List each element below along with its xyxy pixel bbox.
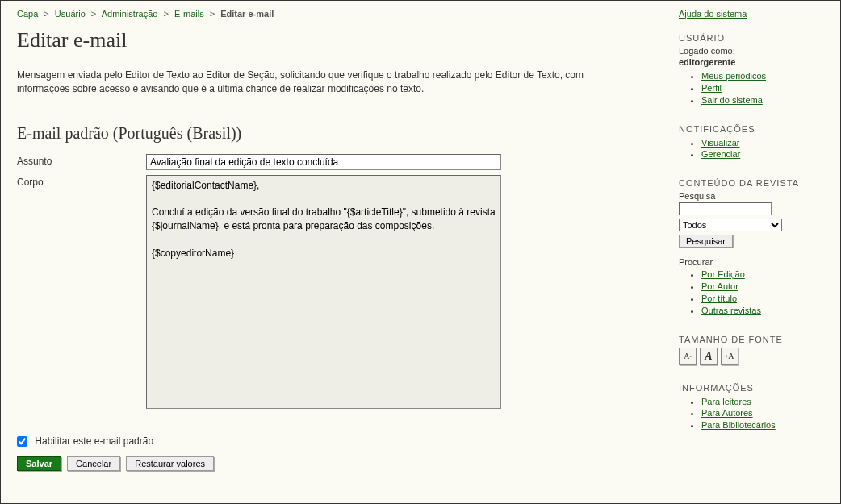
sidebar-info-link[interactable]: Para leitores [701,397,751,406]
sidebar-notif-link[interactable]: Visualizar [701,138,740,148]
sidebar-content-title: CONTEÚDO DA REVISTA [679,178,828,188]
sidebar-info-link[interactable]: Para Bibliotecários [701,420,776,430]
breadcrumb-sep: > [44,9,48,19]
sidebar-info-block: INFORMAÇÕES Para leitores Para Autores P… [679,383,828,432]
sidebar-info-title: INFORMAÇÕES [679,383,828,393]
body-textarea[interactable] [146,175,501,409]
breadcrumb-current: Editar e-mail [220,9,274,19]
sidebar-user-link[interactable]: Sair do sistema [701,95,763,105]
breadcrumb-sep: > [163,9,168,19]
sidebar-notifications-block: NOTIFICAÇÕES Visualizar Gerenciar [679,124,828,161]
sidebar-search-button[interactable]: Pesquisar [679,235,733,248]
sidebar-browse-label: Procurar [679,257,828,267]
font-size-reset-button[interactable]: A [700,348,718,365]
font-size-large-button[interactable]: +A [721,348,738,365]
sidebar-username: editorgerente [679,57,828,67]
breadcrumb-link[interactable]: Capa [17,9,38,19]
subject-input[interactable] [146,154,501,170]
subject-label: Assunto [17,154,146,170]
sidebar-user-title: USUÁRIO [679,33,828,43]
sidebar-browse-link[interactable]: Outras revistas [701,306,761,315]
breadcrumb: Capa > Usuário > Administração > E-mails… [17,9,646,19]
breadcrumb-link[interactable]: Usuário [55,9,86,19]
sidebar-notifications-title: NOTIFICAÇÕES [679,124,828,134]
page-title: Editar e-mail [17,28,646,52]
cancel-button[interactable]: Cancelar [67,456,120,471]
help-link[interactable]: Ajuda do sistema [679,9,828,19]
save-button[interactable]: Salvar [17,456,61,471]
body-label: Corpo [17,175,146,410]
enable-email-label[interactable]: Habilitar este e-mail padrão [17,435,153,447]
sidebar-notif-link[interactable]: Gerenciar [701,149,740,159]
sidebar-search-label: Pesquisa [679,191,828,201]
section-heading: E-mail padrão (Português (Brasil)) [17,124,646,143]
sidebar-user-link[interactable]: Meus periódicos [701,71,766,81]
restore-button[interactable]: Restaurar valores [126,456,214,471]
sidebar-search-select[interactable]: Todos [679,219,782,231]
sidebar-browse-link[interactable]: Por Autor [701,281,738,291]
separator [17,423,646,423]
sidebar-fontsize-title: TAMANHO DE FONTE [679,335,828,344]
breadcrumb-link[interactable]: Administração [102,9,158,19]
sidebar-user-link[interactable]: Perfil [701,83,722,93]
enable-email-text: Habilitar este e-mail padrão [35,435,153,447]
enable-email-checkbox[interactable] [17,436,27,447]
font-size-small-button[interactable]: A- [679,348,697,365]
page-description: Mensagem enviada pelo Editor de Texto ao… [17,69,630,96]
sidebar-search-input[interactable] [679,202,772,215]
sidebar-browse-link[interactable]: Por título [701,294,737,303]
sidebar-user-block: USUÁRIO Logado como: editorgerente Meus … [679,33,828,106]
sidebar-browse-link[interactable]: Por Edição [701,269,745,279]
separator [17,56,646,56]
sidebar-fontsize-block: TAMANHO DE FONTE A- A +A [679,335,828,365]
breadcrumb-sep: > [210,9,215,19]
breadcrumb-sep: > [91,9,96,19]
sidebar-info-link[interactable]: Para Autores [701,408,753,418]
sidebar-content-block: CONTEÚDO DA REVISTA Pesquisa Todos Pesqu… [679,178,828,316]
sidebar-logged-as: Logado como: [679,46,828,56]
breadcrumb-link[interactable]: E-mails [174,9,204,19]
